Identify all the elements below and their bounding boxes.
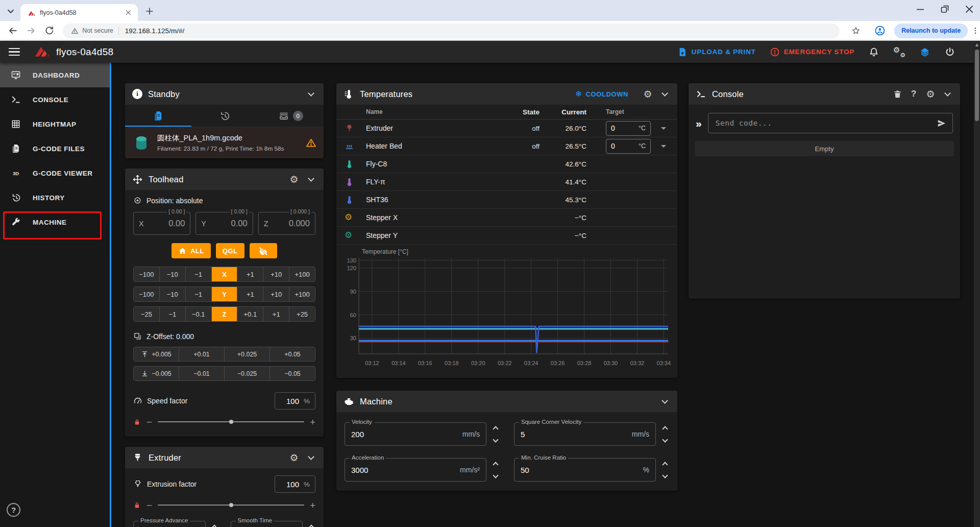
console-input[interactable] (716, 119, 937, 127)
url-text[interactable]: 192.168.1.125/m/#/ (125, 27, 184, 35)
z-down-button[interactable]: −0.005 (134, 367, 179, 380)
z-down-button[interactable]: −0.01 (179, 367, 224, 380)
sidebar-item-gcode-viewer[interactable]: 3DG-CODE VIEWER (0, 161, 111, 185)
jog-button[interactable]: +10 (263, 287, 289, 301)
jog-axis-x[interactable]: X (211, 267, 237, 281)
jog-axis-z[interactable]: Z (211, 307, 237, 321)
tab-close-icon[interactable] (124, 8, 133, 17)
extrusion-increase-button[interactable]: + (310, 500, 315, 510)
window-close-icon[interactable] (963, 3, 976, 16)
stepper-down-icon[interactable] (662, 437, 668, 442)
stepper-up-icon[interactable] (662, 426, 668, 432)
axis-input-y[interactable]: [ 0.00 ]Y0.00 (195, 212, 253, 235)
emergency-stop-button[interactable]: EMERGENCY STOP (770, 47, 854, 57)
slider-knob[interactable] (229, 503, 233, 507)
speed-decrease-button[interactable]: − (146, 417, 152, 427)
extrusion-factor-input[interactable]: 100 % (275, 475, 315, 493)
sidebar-item-history[interactable]: HISTORY (0, 185, 111, 210)
sidebar-item-machine[interactable]: MACHINE (0, 210, 111, 234)
z-down-button[interactable]: −0.05 (270, 367, 315, 380)
browser-back-icon[interactable] (7, 25, 18, 36)
layers-icon[interactable] (919, 46, 930, 58)
z-up-button[interactable]: +0.005 (134, 347, 179, 361)
jog-button[interactable]: +1 (263, 307, 289, 321)
jog-button[interactable]: +100 (289, 267, 315, 281)
jog-button[interactable]: −1 (185, 287, 211, 301)
speed-factor-input[interactable]: 100 % (275, 392, 315, 410)
power-icon[interactable] (944, 46, 955, 58)
window-restore-icon[interactable] (938, 3, 951, 16)
stepper-up-icon[interactable] (662, 462, 668, 467)
console-collapse-chevron-icon[interactable] (942, 88, 953, 100)
z-up-button[interactable]: +0.025 (224, 347, 270, 361)
notifications-bell-icon[interactable] (868, 46, 879, 58)
stepper-up-icon[interactable] (308, 524, 314, 527)
browser-forward-icon[interactable] (26, 25, 37, 36)
velocity-input[interactable]: Velocity200mm/s (345, 422, 486, 446)
axis-input-z[interactable]: [ 0.000 ]Z0.000 (258, 212, 315, 235)
toolhead-settings-gear-icon[interactable]: ⚙ (288, 174, 300, 185)
temperatures-collapse-chevron-icon[interactable] (659, 88, 670, 100)
lock-icon[interactable] (133, 418, 141, 426)
sidebar-item-dashboard[interactable]: DASHBOARD (0, 63, 111, 87)
window-minimize-icon[interactable] (914, 3, 927, 16)
stepper-down-icon[interactable] (493, 437, 498, 442)
jog-button[interactable]: +1 (237, 287, 263, 301)
tab-job-queue[interactable]: 0 (257, 105, 324, 127)
services-gears-icon[interactable]: ⚙⚙ (893, 46, 905, 58)
jog-button[interactable]: +25 (289, 307, 315, 321)
sidebar-item-gcode-files[interactable]: G-CODE FILES (0, 136, 111, 161)
min-cruise-ratio-input[interactable]: Min. Cruise Ratio50% (514, 458, 656, 482)
trash-icon[interactable] (893, 89, 902, 99)
jog-button[interactable]: −10 (159, 267, 185, 281)
jog-button[interactable]: +10 (263, 267, 289, 281)
stepper-down-icon[interactable] (493, 472, 498, 478)
speed-factor-slider[interactable] (158, 421, 304, 422)
new-tab-button[interactable] (144, 6, 155, 17)
acceleration-input[interactable]: Acceleration3000mm/s² (345, 458, 486, 482)
pressure-advance-input[interactable]: Pressure Advance0.05s (133, 521, 206, 527)
jog-button[interactable]: −100 (134, 267, 159, 281)
bookmark-star-icon[interactable] (851, 26, 861, 36)
axis-input-x[interactable]: [ 0.00 ]X0.00 (133, 212, 190, 235)
relaunch-to-update-button[interactable]: Relaunch to update (894, 23, 968, 38)
smooth-time-input[interactable]: Smooth Time0.04s (231, 521, 303, 527)
machine-collapse-chevron-icon[interactable] (659, 396, 670, 407)
extruder-settings-gear-icon[interactable]: ⚙ (288, 452, 300, 463)
address-bar[interactable]: Not secure 192.168.1.125/m/#/ (63, 23, 839, 38)
collapse-chevron-icon[interactable] (305, 88, 316, 100)
console-settings-gear-icon[interactable]: ⚙ (925, 88, 936, 100)
hamburger-menu-icon[interactable] (9, 48, 20, 56)
cooldown-button[interactable]: ❄ COOLDOWN (575, 89, 628, 99)
stepper-down-icon[interactable] (662, 472, 668, 478)
scrollbar-thumb[interactable] (975, 50, 979, 121)
browser-tab[interactable]: flyos-0a4d58 (20, 4, 138, 21)
security-label[interactable]: Not secure (82, 27, 113, 34)
jog-button[interactable]: +0.1 (237, 307, 263, 321)
extrusion-decrease-button[interactable]: − (146, 500, 152, 510)
sidebar-item-console[interactable]: CONSOLE (0, 87, 111, 112)
square-corner-velocity-input[interactable]: Square Corner Velocity5mm/s (514, 422, 656, 446)
dropdown-caret-icon[interactable] (661, 145, 666, 148)
lock-icon[interactable] (133, 501, 141, 509)
target-input[interactable]: 0°C (606, 121, 651, 136)
motors-off-button[interactable] (250, 243, 277, 258)
jog-button[interactable]: +1 (237, 267, 263, 281)
browser-menu-kebab-icon[interactable] (971, 26, 980, 35)
temperatures-settings-gear-icon[interactable]: ⚙ (642, 88, 653, 100)
help-question-icon[interactable]: ? (908, 88, 919, 100)
jog-button[interactable]: −100 (134, 287, 159, 301)
tab-history[interactable] (191, 105, 258, 127)
sidebar-item-heightmap[interactable]: HEIGHTMAP (0, 112, 111, 136)
jog-button[interactable]: +100 (289, 287, 315, 301)
browser-reload-icon[interactable] (44, 25, 55, 36)
stepper-up-icon[interactable] (211, 524, 217, 527)
jog-button[interactable]: −10 (159, 287, 185, 301)
tab-recent-file[interactable] (125, 105, 191, 127)
stepper-up-icon[interactable] (493, 426, 498, 432)
dropdown-caret-icon[interactable] (661, 127, 666, 130)
z-up-button[interactable]: +0.01 (179, 347, 224, 361)
recent-file-row[interactable]: 圆柱体_PLA_1h9m.gcode Filament: 23.83 m / 7… (125, 127, 324, 158)
stepper-up-icon[interactable] (493, 462, 498, 467)
extruder-collapse-chevron-icon[interactable] (305, 452, 316, 463)
